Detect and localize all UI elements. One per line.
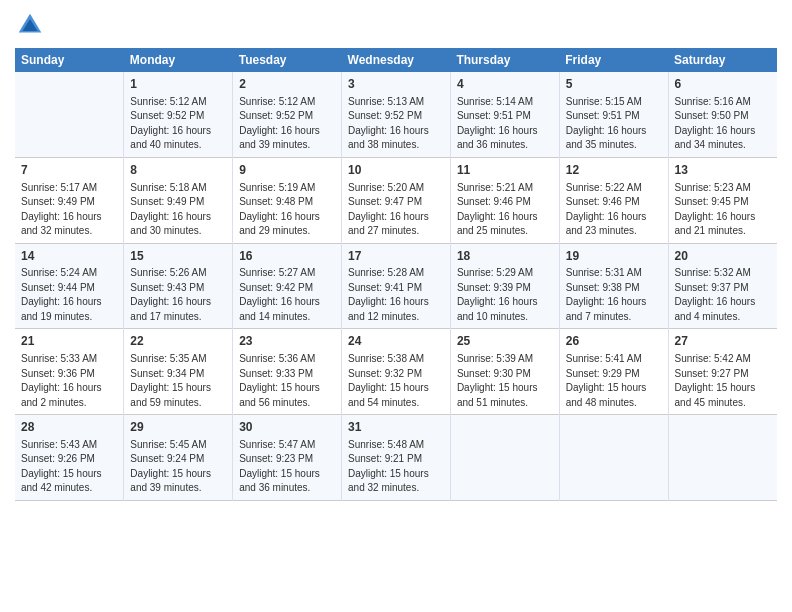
cell-w5-d7 [668,415,777,501]
day-info: Sunrise: 5:39 AM Sunset: 9:30 PM Dayligh… [457,352,553,410]
logo-icon [15,10,45,40]
day-info: Sunrise: 5:18 AM Sunset: 9:49 PM Dayligh… [130,181,226,239]
logo [15,10,49,40]
cell-w2-d7: 13Sunrise: 5:23 AM Sunset: 9:45 PM Dayli… [668,157,777,243]
day-info: Sunrise: 5:20 AM Sunset: 9:47 PM Dayligh… [348,181,444,239]
col-header-friday: Friday [559,48,668,72]
day-number: 30 [239,419,335,436]
day-number: 14 [21,248,117,265]
cell-w1-d2: 1Sunrise: 5:12 AM Sunset: 9:52 PM Daylig… [124,72,233,157]
day-number: 12 [566,162,662,179]
day-info: Sunrise: 5:48 AM Sunset: 9:21 PM Dayligh… [348,438,444,496]
day-number: 6 [675,76,771,93]
day-number: 23 [239,333,335,350]
day-number: 5 [566,76,662,93]
day-info: Sunrise: 5:26 AM Sunset: 9:43 PM Dayligh… [130,266,226,324]
cell-w2-d1: 7Sunrise: 5:17 AM Sunset: 9:49 PM Daylig… [15,157,124,243]
cell-w5-d4: 31Sunrise: 5:48 AM Sunset: 9:21 PM Dayli… [342,415,451,501]
day-info: Sunrise: 5:31 AM Sunset: 9:38 PM Dayligh… [566,266,662,324]
day-info: Sunrise: 5:19 AM Sunset: 9:48 PM Dayligh… [239,181,335,239]
week-row-4: 21Sunrise: 5:33 AM Sunset: 9:36 PM Dayli… [15,329,777,415]
cell-w4-d2: 22Sunrise: 5:35 AM Sunset: 9:34 PM Dayli… [124,329,233,415]
header [15,10,777,40]
day-info: Sunrise: 5:23 AM Sunset: 9:45 PM Dayligh… [675,181,771,239]
day-info: Sunrise: 5:12 AM Sunset: 9:52 PM Dayligh… [239,95,335,153]
cell-w3-d1: 14Sunrise: 5:24 AM Sunset: 9:44 PM Dayli… [15,243,124,329]
cell-w3-d2: 15Sunrise: 5:26 AM Sunset: 9:43 PM Dayli… [124,243,233,329]
day-number: 15 [130,248,226,265]
day-info: Sunrise: 5:32 AM Sunset: 9:37 PM Dayligh… [675,266,771,324]
week-row-1: 1Sunrise: 5:12 AM Sunset: 9:52 PM Daylig… [15,72,777,157]
cell-w4-d5: 25Sunrise: 5:39 AM Sunset: 9:30 PM Dayli… [450,329,559,415]
day-number: 19 [566,248,662,265]
cell-w5-d1: 28Sunrise: 5:43 AM Sunset: 9:26 PM Dayli… [15,415,124,501]
cell-w1-d5: 4Sunrise: 5:14 AM Sunset: 9:51 PM Daylig… [450,72,559,157]
cell-w2-d4: 10Sunrise: 5:20 AM Sunset: 9:47 PM Dayli… [342,157,451,243]
col-header-wednesday: Wednesday [342,48,451,72]
calendar-table: SundayMondayTuesdayWednesdayThursdayFrid… [15,48,777,501]
day-info: Sunrise: 5:21 AM Sunset: 9:46 PM Dayligh… [457,181,553,239]
day-number: 11 [457,162,553,179]
cell-w2-d5: 11Sunrise: 5:21 AM Sunset: 9:46 PM Dayli… [450,157,559,243]
cell-w4-d7: 27Sunrise: 5:42 AM Sunset: 9:27 PM Dayli… [668,329,777,415]
day-info: Sunrise: 5:29 AM Sunset: 9:39 PM Dayligh… [457,266,553,324]
day-info: Sunrise: 5:45 AM Sunset: 9:24 PM Dayligh… [130,438,226,496]
cell-w4-d1: 21Sunrise: 5:33 AM Sunset: 9:36 PM Dayli… [15,329,124,415]
cell-w2-d6: 12Sunrise: 5:22 AM Sunset: 9:46 PM Dayli… [559,157,668,243]
day-number: 22 [130,333,226,350]
week-row-2: 7Sunrise: 5:17 AM Sunset: 9:49 PM Daylig… [15,157,777,243]
day-info: Sunrise: 5:41 AM Sunset: 9:29 PM Dayligh… [566,352,662,410]
day-number: 24 [348,333,444,350]
day-number: 21 [21,333,117,350]
cell-w4-d4: 24Sunrise: 5:38 AM Sunset: 9:32 PM Dayli… [342,329,451,415]
day-number: 26 [566,333,662,350]
col-header-monday: Monday [124,48,233,72]
day-number: 18 [457,248,553,265]
cell-w1-d1 [15,72,124,157]
cell-w3-d6: 19Sunrise: 5:31 AM Sunset: 9:38 PM Dayli… [559,243,668,329]
day-number: 10 [348,162,444,179]
page-container: SundayMondayTuesdayWednesdayThursdayFrid… [0,0,792,511]
cell-w5-d5 [450,415,559,501]
day-info: Sunrise: 5:16 AM Sunset: 9:50 PM Dayligh… [675,95,771,153]
day-info: Sunrise: 5:17 AM Sunset: 9:49 PM Dayligh… [21,181,117,239]
cell-w5-d6 [559,415,668,501]
day-number: 29 [130,419,226,436]
day-number: 8 [130,162,226,179]
col-header-saturday: Saturday [668,48,777,72]
day-info: Sunrise: 5:12 AM Sunset: 9:52 PM Dayligh… [130,95,226,153]
cell-w3-d5: 18Sunrise: 5:29 AM Sunset: 9:39 PM Dayli… [450,243,559,329]
day-number: 31 [348,419,444,436]
day-number: 28 [21,419,117,436]
week-row-3: 14Sunrise: 5:24 AM Sunset: 9:44 PM Dayli… [15,243,777,329]
day-info: Sunrise: 5:47 AM Sunset: 9:23 PM Dayligh… [239,438,335,496]
day-number: 27 [675,333,771,350]
cell-w5-d2: 29Sunrise: 5:45 AM Sunset: 9:24 PM Dayli… [124,415,233,501]
day-info: Sunrise: 5:38 AM Sunset: 9:32 PM Dayligh… [348,352,444,410]
day-number: 17 [348,248,444,265]
cell-w1-d7: 6Sunrise: 5:16 AM Sunset: 9:50 PM Daylig… [668,72,777,157]
day-number: 4 [457,76,553,93]
day-number: 13 [675,162,771,179]
cell-w2-d3: 9Sunrise: 5:19 AM Sunset: 9:48 PM Daylig… [233,157,342,243]
day-info: Sunrise: 5:33 AM Sunset: 9:36 PM Dayligh… [21,352,117,410]
day-number: 20 [675,248,771,265]
day-number: 25 [457,333,553,350]
day-number: 16 [239,248,335,265]
day-info: Sunrise: 5:24 AM Sunset: 9:44 PM Dayligh… [21,266,117,324]
col-header-thursday: Thursday [450,48,559,72]
day-info: Sunrise: 5:43 AM Sunset: 9:26 PM Dayligh… [21,438,117,496]
cell-w2-d2: 8Sunrise: 5:18 AM Sunset: 9:49 PM Daylig… [124,157,233,243]
col-header-sunday: Sunday [15,48,124,72]
day-info: Sunrise: 5:35 AM Sunset: 9:34 PM Dayligh… [130,352,226,410]
cell-w5-d3: 30Sunrise: 5:47 AM Sunset: 9:23 PM Dayli… [233,415,342,501]
day-info: Sunrise: 5:36 AM Sunset: 9:33 PM Dayligh… [239,352,335,410]
week-row-5: 28Sunrise: 5:43 AM Sunset: 9:26 PM Dayli… [15,415,777,501]
cell-w1-d3: 2Sunrise: 5:12 AM Sunset: 9:52 PM Daylig… [233,72,342,157]
cell-w1-d6: 5Sunrise: 5:15 AM Sunset: 9:51 PM Daylig… [559,72,668,157]
day-number: 7 [21,162,117,179]
day-number: 2 [239,76,335,93]
day-info: Sunrise: 5:42 AM Sunset: 9:27 PM Dayligh… [675,352,771,410]
day-info: Sunrise: 5:28 AM Sunset: 9:41 PM Dayligh… [348,266,444,324]
cell-w4-d3: 23Sunrise: 5:36 AM Sunset: 9:33 PM Dayli… [233,329,342,415]
